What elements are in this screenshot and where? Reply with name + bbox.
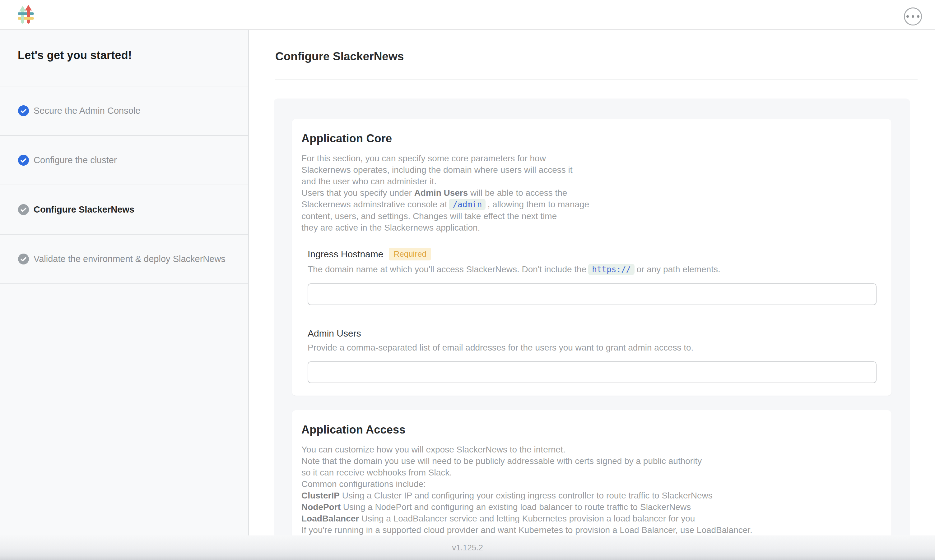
application-access-description: You can customize how you will expose Sl… — [301, 444, 876, 535]
check-circle-icon — [18, 105, 29, 116]
application-access-card: Application Access You can customize how… — [292, 410, 892, 535]
version-text: v1.125.2 — [452, 543, 483, 552]
description-line: You can customize how you will expose Sl… — [301, 444, 876, 455]
more-options-button[interactable] — [904, 8, 922, 26]
step-label: Configure the cluster — [34, 154, 117, 166]
description-line: ClusterIP Using a Cluster IP and configu… — [301, 490, 876, 501]
page-title: Configure SlackerNews — [275, 50, 404, 63]
application-access-heading: Application Access — [301, 423, 876, 436]
description-line: LoadBalancer Using a LoadBalancer servic… — [301, 513, 876, 524]
description-line: Users that you specify under Admin Users… — [301, 187, 876, 198]
description-line: Slackernews adminstrative console at/adm… — [301, 198, 876, 211]
https-code-chip: https:// — [588, 264, 634, 275]
sidebar-heading: Let's get you started! — [0, 30, 248, 86]
step-label: Validate the environment & deploy Slacke… — [34, 253, 225, 265]
description-line: and the user who can administer it. — [301, 175, 876, 187]
description-line: Slackernews operates, including the doma… — [301, 164, 876, 175]
admin-users-label: Admin Users — [308, 328, 361, 339]
ellipsis-icon — [906, 15, 920, 18]
description-line: Common configurations include: — [301, 478, 876, 490]
description-line: For this section, you can specify some c… — [301, 152, 876, 164]
slackernews-logo-icon — [18, 5, 34, 25]
main-content: Configure SlackerNews Application Core F… — [250, 30, 935, 535]
application-core-heading: Application Core — [301, 132, 876, 145]
description-line: so it can receive webhooks from Slack. — [301, 467, 876, 478]
application-core-description: For this section, you can specify some c… — [301, 152, 876, 233]
description-line: If you're running in a supported cloud p… — [301, 524, 876, 535]
config-panel: Application Core For this section, you c… — [274, 98, 910, 535]
ingress-hostname-field: Ingress Hostname Required The domain nam… — [308, 248, 876, 305]
footer-bar: v1.125.2 — [0, 535, 935, 560]
check-circle-icon — [18, 254, 29, 265]
admin-users-input[interactable] — [308, 362, 876, 383]
top-bar — [0, 0, 935, 30]
clusterip-emphasis: ClusterIP — [301, 491, 339, 500]
check-circle-icon — [18, 155, 29, 166]
required-badge: Required — [389, 248, 431, 260]
check-circle-icon — [18, 204, 29, 215]
ingress-hostname-help: The domain name at which you'll access S… — [308, 263, 876, 275]
sidebar-step-validate-deploy[interactable]: Validate the environment & deploy Slacke… — [0, 235, 248, 284]
admin-users-field: Admin Users Provide a comma-separated li… — [308, 328, 876, 383]
description-line: NodePort Using a NodePort and configurin… — [301, 501, 876, 513]
step-label: Secure the Admin Console — [34, 105, 140, 117]
description-line: content, users, and settings. Changes wi… — [301, 211, 876, 222]
ingress-hostname-input[interactable] — [308, 283, 876, 305]
application-core-card: Application Core For this section, you c… — [292, 119, 892, 395]
step-label: Configure SlackerNews — [34, 203, 134, 215]
description-line: they are active in the Slackernews appli… — [301, 222, 876, 233]
loadbalancer-emphasis: LoadBalancer — [301, 514, 359, 523]
admin-users-help: Provide a comma-separated list of email … — [308, 342, 876, 353]
ingress-hostname-label: Ingress Hostname — [308, 249, 383, 260]
admin-users-emphasis: Admin Users — [414, 188, 468, 198]
nodeport-emphasis: NodePort — [301, 502, 341, 512]
sidebar-step-configure-slackernews[interactable]: Configure SlackerNews — [0, 185, 248, 235]
title-divider — [275, 80, 918, 80]
setup-steps-sidebar: Let's get you started! Secure the Admin … — [0, 30, 249, 535]
admin-path-code-chip: /admin — [449, 199, 486, 210]
sidebar-step-secure-admin-console[interactable]: Secure the Admin Console — [0, 86, 248, 136]
description-line: Note that the domain you use will need t… — [301, 455, 876, 467]
sidebar-step-configure-cluster[interactable]: Configure the cluster — [0, 136, 248, 185]
